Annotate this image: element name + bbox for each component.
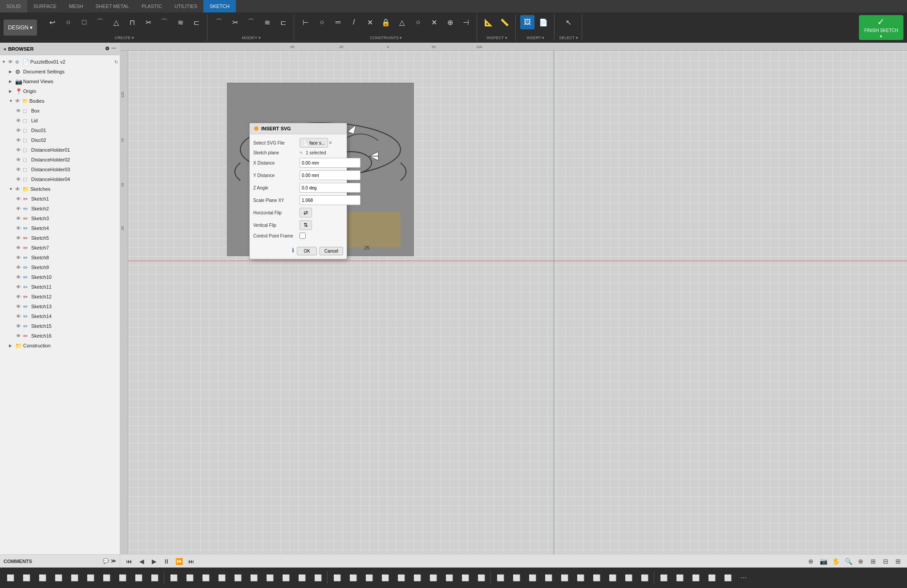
- tab-sketch[interactable]: SKETCH: [203, 0, 236, 12]
- tree-item-sketch7[interactable]: 👁 ✏ Sketch7: [0, 243, 120, 253]
- tree-eye-sketch13[interactable]: 👁: [16, 304, 23, 309]
- sketch-tool-7[interactable]: ⬜: [99, 570, 114, 585]
- tree-item-sketches[interactable]: ▼ 👁 📁 Sketches: [0, 184, 120, 194]
- sketch-tool-20[interactable]: ⬜: [310, 570, 325, 585]
- tool-circle[interactable]: ○: [61, 15, 75, 29]
- tree-eye-sketch12[interactable]: 👁: [16, 294, 23, 299]
- tree-item-sketch14[interactable]: 👁 ✏ Sketch14: [0, 311, 120, 321]
- dialog-cancel-button[interactable]: Cancel: [320, 247, 343, 255]
- scale-xy-input[interactable]: [300, 195, 360, 205]
- tree-eye-sketch15[interactable]: 👁: [16, 323, 23, 329]
- sketch-tool-13[interactable]: ⬜: [198, 570, 213, 585]
- sketch-tool-3[interactable]: ⬜: [35, 570, 50, 585]
- playback-prev-prev[interactable]: ⏮: [124, 556, 134, 567]
- sketch-tool-32[interactable]: ⬜: [509, 570, 524, 585]
- sketch-tool-24[interactable]: ⬜: [377, 570, 393, 585]
- tool-insert-dxf[interactable]: 📄: [536, 15, 551, 29]
- tree-eye-sketch9[interactable]: 👁: [16, 265, 23, 270]
- control-point-frame-checkbox[interactable]: [300, 233, 306, 239]
- insert-label[interactable]: INSERT ▾: [526, 36, 544, 40]
- view-tool-zoom-fit[interactable]: 🔍: [843, 556, 854, 567]
- tree-eye-sketch5[interactable]: 👁: [16, 235, 23, 241]
- tab-solid[interactable]: SOLID: [0, 0, 27, 12]
- tool-constrain6[interactable]: △: [395, 15, 409, 29]
- constraints-label[interactable]: CONSTRAINTS ▾: [370, 36, 402, 40]
- playback-prev[interactable]: ◀: [136, 556, 147, 567]
- tab-sheet-metal[interactable]: SHEET METAL: [89, 0, 135, 12]
- tree-eye-sketch3[interactable]: 👁: [16, 216, 23, 221]
- tool-break[interactable]: ≋: [260, 15, 274, 29]
- tree-eye-dh03[interactable]: 👁: [16, 167, 23, 172]
- tool-project[interactable]: ⊏: [189, 15, 203, 29]
- sketch-tool-30[interactable]: ⬜: [474, 570, 489, 585]
- tree-eye-sketch2[interactable]: 👁: [16, 206, 23, 211]
- tree-eye-box[interactable]: 👁: [16, 108, 23, 113]
- tool-lock[interactable]: 🔒: [379, 15, 393, 29]
- tab-mesh[interactable]: MESH: [63, 0, 89, 12]
- sketch-tool-42[interactable]: ⬜: [672, 570, 687, 585]
- tool-constrain2[interactable]: ○: [315, 15, 329, 29]
- x-distance-input[interactable]: [300, 158, 360, 168]
- tab-surface[interactable]: SURFACE: [27, 0, 63, 12]
- sketch-tool-40[interactable]: ⬜: [637, 570, 652, 585]
- tool-select[interactable]: ↖: [562, 15, 576, 29]
- tool-inspect1[interactable]: 📐: [482, 15, 496, 29]
- tree-eye-root[interactable]: 👁: [8, 59, 15, 64]
- y-distance-input[interactable]: [300, 170, 360, 180]
- tool-cut[interactable]: ✂: [141, 15, 155, 29]
- playback-next[interactable]: ⏩: [174, 556, 184, 567]
- tree-version-icon[interactable]: ↻: [114, 60, 118, 64]
- tree-item-sketch10[interactable]: 👁 ✏ Sketch10: [0, 272, 120, 282]
- tree-item-sketch5[interactable]: 👁 ✏ Sketch5: [0, 233, 120, 243]
- tree-item-lid[interactable]: 👁 □ Lid: [0, 116, 120, 125]
- tool-constrain9[interactable]: ⊕: [443, 15, 457, 29]
- horizontal-flip-button[interactable]: ⇄: [300, 208, 312, 217]
- tree-item-sketch9[interactable]: 👁 ✏ Sketch9: [0, 262, 120, 272]
- tree-eye-dh02[interactable]: 👁: [16, 157, 23, 162]
- tree-item-disc02[interactable]: 👁 □ Disc02: [0, 135, 120, 145]
- tree-item-bodies[interactable]: ▼ 👁 📁 Bodies: [0, 96, 120, 106]
- tree-item-disc01[interactable]: 👁 □ Disc01: [0, 125, 120, 135]
- view-tool-cursor[interactable]: ⊕: [806, 556, 816, 567]
- tool-constrain3[interactable]: ═: [331, 15, 345, 29]
- tool-triangle[interactable]: △: [109, 15, 123, 29]
- sketch-tool-10[interactable]: ⬜: [147, 570, 162, 585]
- sketch-tool-23[interactable]: ⬜: [361, 570, 377, 585]
- sketch-tool-4[interactable]: ⬜: [51, 570, 66, 585]
- tab-utilities[interactable]: UTILITIES: [168, 0, 203, 12]
- tree-item-sketch8[interactable]: 👁 ✏ Sketch8: [0, 253, 120, 262]
- sketch-tool-17[interactable]: ⬜: [262, 570, 277, 585]
- sketch-tool-31[interactable]: ⬜: [493, 570, 508, 585]
- dialog-info-icon[interactable]: ℹ: [292, 247, 294, 255]
- tree-item-construction[interactable]: ▶ 📁 Construction: [0, 341, 120, 350]
- sketch-tool-2[interactable]: ⬜: [19, 570, 34, 585]
- tree-eye-sketch4[interactable]: 👁: [16, 226, 23, 231]
- tree-eye-sketch7[interactable]: 👁: [16, 245, 23, 250]
- z-angle-input[interactable]: [300, 183, 360, 193]
- dialog-clear-file-button[interactable]: ×: [329, 140, 332, 146]
- view-tool-zoom-in[interactable]: ⊕: [855, 556, 866, 567]
- sketch-tool-last[interactable]: ⋯: [736, 570, 751, 585]
- sketch-tool-6[interactable]: ⬜: [83, 570, 98, 585]
- view-tool-grid[interactable]: ⊞: [868, 556, 879, 567]
- sketch-tool-16[interactable]: ⬜: [246, 570, 261, 585]
- sketch-tool-14[interactable]: ⬜: [214, 570, 229, 585]
- tree-item-origin[interactable]: ▶ 📍 Origin: [0, 86, 120, 96]
- inspect-label[interactable]: INSPECT ▾: [486, 36, 507, 40]
- sketch-tool-22[interactable]: ⬜: [345, 570, 360, 585]
- tree-item-dh04[interactable]: 👁 □ DistanceHolder04: [0, 174, 120, 184]
- tree-item-root[interactable]: ▼ 👁 ⚙ 📄 PuzzleBox01 v2 ↻: [0, 57, 120, 67]
- tree-item-dh03[interactable]: 👁 □ DistanceHolder03: [0, 165, 120, 174]
- tree-settings-root[interactable]: ⚙: [15, 60, 22, 64]
- tool-constrain8[interactable]: ✕: [427, 15, 441, 29]
- browser-more-icon[interactable]: ⋯: [111, 46, 116, 52]
- design-button[interactable]: DESIGN ▾: [4, 20, 37, 36]
- tree-eye-dh04[interactable]: 👁: [16, 177, 23, 182]
- sketch-tool-15[interactable]: ⬜: [230, 570, 245, 585]
- tree-eye-sketch8[interactable]: 👁: [16, 255, 23, 260]
- sketch-tool-21[interactable]: ⬜: [329, 570, 344, 585]
- dialog-file-button[interactable]: 📄 face s...: [300, 138, 328, 148]
- sketch-tool-29[interactable]: ⬜: [458, 570, 473, 585]
- tool-arc2[interactable]: ⌒: [93, 15, 107, 29]
- sketch-tool-8[interactable]: ⬜: [115, 570, 130, 585]
